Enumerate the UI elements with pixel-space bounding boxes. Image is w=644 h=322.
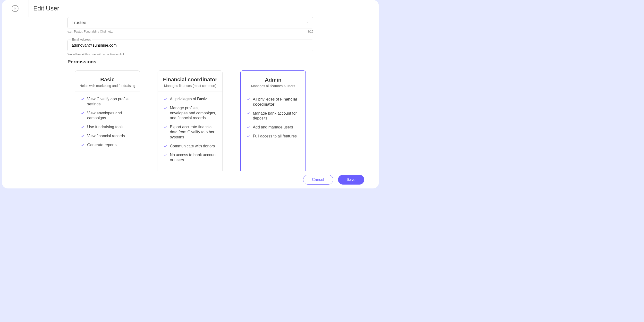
feature-item: View Givelify app profile settings bbox=[81, 97, 134, 107]
close-button[interactable] bbox=[12, 5, 18, 12]
feature-item: All privileges of Financial coordinator bbox=[246, 97, 300, 107]
card-subtitle: Helps with marketing and fundraising bbox=[79, 84, 136, 88]
check-icon bbox=[164, 106, 167, 110]
feature-item: Manage profiles, envelopes and campaigns… bbox=[164, 106, 217, 121]
check-icon bbox=[81, 112, 84, 115]
feature-text: Export accurate financial data from Give… bbox=[170, 124, 217, 140]
check-icon bbox=[246, 134, 250, 138]
role-helper-row: e.g., Pastor, Fundraising Chair, etc. 8/… bbox=[68, 30, 313, 33]
feature-item: Communicate with donors bbox=[164, 144, 217, 149]
feature-text: Communicate with donors bbox=[170, 144, 215, 149]
email-field-wrapper: Email Address bbox=[68, 40, 313, 51]
feature-text: Manage profiles, envelopes and campaigns… bbox=[170, 106, 217, 121]
feature-text: View envelopes and campaigns bbox=[87, 111, 134, 121]
check-icon bbox=[246, 126, 250, 129]
feature-item: All privileges of Basic bbox=[164, 97, 217, 102]
header-divider bbox=[28, 0, 28, 17]
feature-item: Generate reports bbox=[81, 142, 134, 148]
check-icon bbox=[246, 98, 250, 101]
dialog-content: Trustee e.g., Pastor, Fundraising Chair,… bbox=[2, 17, 379, 171]
email-label: Email Address bbox=[71, 38, 92, 41]
save-button[interactable]: Save bbox=[338, 175, 364, 184]
feature-text: Manage bank account for deposits bbox=[253, 111, 300, 121]
card-body: All privileges of BasicManage profiles, … bbox=[158, 92, 223, 171]
chevron-down-icon bbox=[306, 21, 309, 24]
feature-item: Use fundraising tools bbox=[81, 124, 134, 130]
feature-item: Manage bank account for deposits bbox=[246, 111, 300, 121]
feature-text: Add and manage users bbox=[253, 125, 293, 130]
card-body: View Givelify app profile settingsView e… bbox=[75, 92, 140, 171]
feature-item: Add and manage users bbox=[246, 125, 300, 130]
card-title: Basic bbox=[79, 76, 136, 83]
feature-text: No access to bank account or users bbox=[170, 152, 217, 163]
check-icon bbox=[81, 125, 84, 129]
role-select[interactable]: Trustee bbox=[68, 17, 313, 28]
card-title: Admin bbox=[244, 77, 302, 83]
check-icon bbox=[164, 153, 167, 157]
permission-card-admin[interactable]: AdminManages all features & usersAll pri… bbox=[240, 70, 306, 171]
email-helper: We will email this user with an activati… bbox=[68, 53, 313, 56]
check-icon bbox=[81, 134, 84, 138]
feature-item: Export accurate financial data from Give… bbox=[164, 124, 217, 140]
card-subtitle: Manages all features & users bbox=[244, 84, 302, 88]
card-header: AdminManages all features & users bbox=[241, 71, 306, 92]
role-counter: 8/25 bbox=[308, 30, 313, 33]
feature-text: All privileges of Basic bbox=[170, 97, 208, 102]
page-title: Edit User bbox=[33, 4, 59, 12]
feature-text: All privileges of Financial coordinator bbox=[253, 97, 300, 107]
check-icon bbox=[164, 125, 167, 129]
card-header: BasicHelps with marketing and fundraisin… bbox=[75, 71, 140, 92]
feature-item: View financial records bbox=[81, 134, 134, 139]
feature-item: View envelopes and campaigns bbox=[81, 111, 134, 121]
dialog-header: Edit User bbox=[2, 0, 379, 17]
role-value: Trustee bbox=[72, 20, 86, 25]
check-icon bbox=[81, 98, 84, 101]
feature-text: View Givelify app profile settings bbox=[87, 97, 134, 107]
feature-item: No access to bank account or users bbox=[164, 152, 217, 163]
feature-text: Full access to all features bbox=[253, 134, 297, 139]
role-helper: e.g., Pastor, Fundraising Chair, etc. bbox=[68, 30, 113, 33]
check-icon bbox=[246, 112, 250, 115]
feature-text: Generate reports bbox=[87, 142, 116, 148]
dialog-footer: Cancel Save bbox=[2, 171, 379, 188]
card-body: All privileges of Financial coordinatorM… bbox=[241, 92, 306, 171]
feature-text: Use fundraising tools bbox=[87, 124, 123, 130]
card-title: Financial coordinator bbox=[162, 76, 219, 83]
permissions-title: Permissions bbox=[68, 59, 313, 64]
email-input[interactable] bbox=[72, 43, 309, 48]
card-subtitle: Manages finances (most common) bbox=[162, 84, 219, 88]
permission-cards: BasicHelps with marketing and fundraisin… bbox=[68, 70, 313, 171]
edit-user-dialog: Edit User Trustee e.g., Pastor, Fundrais… bbox=[2, 0, 379, 188]
cancel-button[interactable]: Cancel bbox=[303, 175, 333, 184]
feature-item: Full access to all features bbox=[246, 134, 300, 139]
permission-card-financial-coordinator[interactable]: Financial coordinatorManages finances (m… bbox=[158, 70, 223, 171]
check-icon bbox=[164, 144, 167, 148]
close-icon bbox=[14, 7, 16, 10]
check-icon bbox=[164, 98, 167, 101]
check-icon bbox=[81, 143, 84, 147]
card-header: Financial coordinatorManages finances (m… bbox=[158, 71, 223, 92]
feature-text: View financial records bbox=[87, 134, 125, 139]
permission-card-basic[interactable]: BasicHelps with marketing and fundraisin… bbox=[75, 70, 140, 171]
role-field: Trustee e.g., Pastor, Fundraising Chair,… bbox=[68, 17, 313, 33]
